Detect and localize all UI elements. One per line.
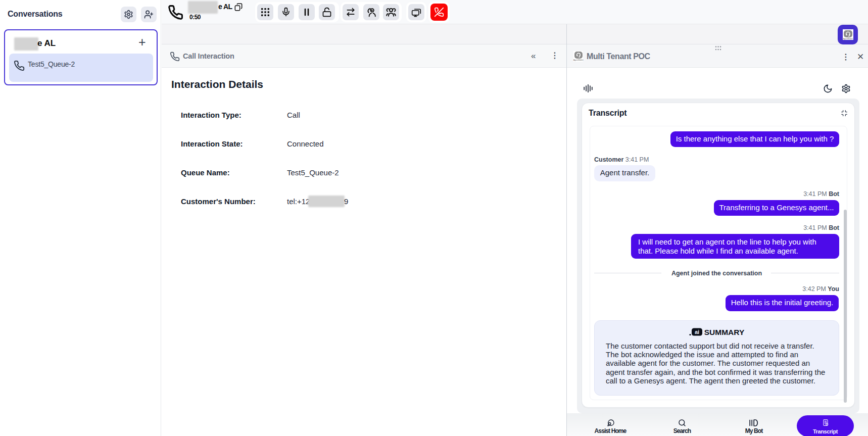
svg-text:ai: ai [695,329,699,335]
